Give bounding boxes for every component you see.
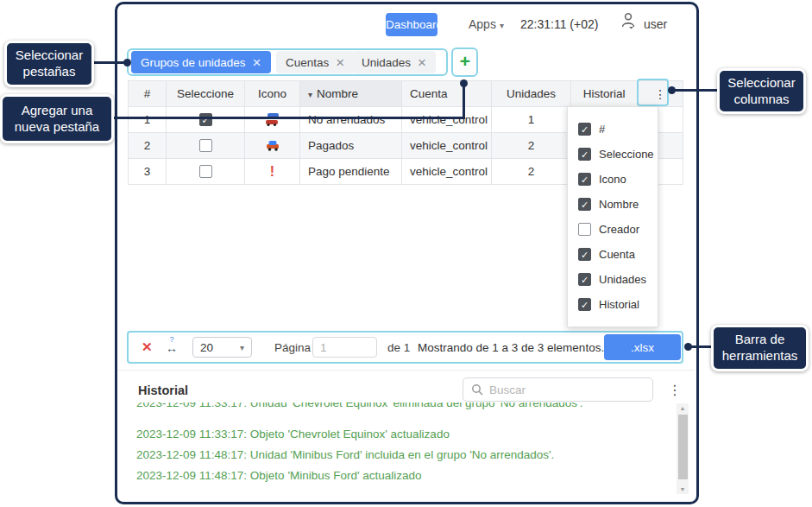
cell-cuenta: vehicle_control <box>402 133 492 159</box>
menu-item-label: Icono <box>599 173 626 186</box>
menu-item-label: Cuenta <box>599 248 635 261</box>
exclamation-icon: ! <box>270 164 274 179</box>
tab-label: Cuentas <box>286 56 329 69</box>
history-divider <box>118 370 695 371</box>
cell-nombre: No arrendados <box>300 107 402 133</box>
col-header-nombre[interactable]: ▾Nombre <box>300 81 402 107</box>
history-log: 2023-12-09 11:33:17: Unidad 'Chevrolet E… <box>128 402 671 494</box>
callout-select-tabs: Seleccionar pestañas <box>4 41 94 87</box>
fit-columns-icon[interactable]: ? ↔ <box>166 337 178 354</box>
vehicle-group-icon <box>264 112 281 127</box>
col-header-label: Nombre <box>317 87 358 100</box>
cell-unidades: 2 <box>492 133 571 159</box>
scroll-up-icon[interactable]: ▲ <box>677 405 689 411</box>
page-size-select[interactable]: 20 ▾ <box>192 337 252 358</box>
export-xlsx-button[interactable]: .xlsx <box>604 334 681 360</box>
callout-add-tab: Agregar una nueva pestaña <box>0 94 114 143</box>
checkbox-checked[interactable]: ✓ <box>578 173 591 186</box>
callout-arrow <box>463 84 465 119</box>
menu-item-cuenta[interactable]: ✓Cuenta <box>578 248 658 261</box>
add-tab-button[interactable]: + <box>455 50 475 74</box>
clock-text: 22:31:11 (+02) <box>520 17 598 31</box>
checkbox-checked[interactable]: ✓ <box>578 148 591 161</box>
close-icon[interactable]: × <box>418 55 426 70</box>
cell-num: 3 <box>129 159 167 185</box>
cell-num: 1 <box>129 107 167 133</box>
sort-desc-icon: ▾ <box>308 90 312 99</box>
tab-label: Grupos de unidades <box>141 56 246 69</box>
apps-menu[interactable]: Apps▾ <box>469 17 504 31</box>
row-checkbox-unchecked[interactable] <box>199 165 212 178</box>
cell-nombre: Pago pendiente <box>300 159 402 185</box>
log-entry: 2023-12-09 11:33:17: Objeto 'Chevrolet E… <box>136 428 450 440</box>
clear-selection-icon[interactable]: ✕ <box>142 339 153 355</box>
menu-item-unidades[interactable]: ✓Unidades <box>578 273 658 286</box>
menu-item-label: # <box>599 123 605 136</box>
menu-item-nombre[interactable]: ✓Nombre <box>578 198 658 211</box>
callout-arrow-dot <box>460 79 468 87</box>
callout-arrow-dot <box>123 59 131 67</box>
col-header-num[interactable]: # <box>129 81 167 107</box>
cell-unidades: 1 <box>492 107 571 133</box>
column-visibility-menu: ✓# ✓Seleccione ✓Icono ✓Nombre Creador ✓C… <box>567 106 658 327</box>
close-icon[interactable]: × <box>336 55 344 70</box>
search-input[interactable] <box>489 383 636 396</box>
menu-item-num[interactable]: ✓# <box>578 123 658 136</box>
callout-arrow-dot <box>684 343 692 351</box>
tab-unidades[interactable]: Unidades × <box>352 51 436 73</box>
callout-arrow <box>92 61 128 64</box>
history-menu-button[interactable]: ⋮ <box>668 382 682 398</box>
row-checkbox-unchecked[interactable] <box>199 139 212 152</box>
history-title: Historial <box>138 383 188 397</box>
menu-item-icono[interactable]: ✓Icono <box>578 173 658 186</box>
callout-arrow <box>689 345 713 348</box>
close-icon[interactable]: × <box>253 55 261 70</box>
col-header-cuenta[interactable]: Cuenta <box>402 81 492 107</box>
screenshot-stage: Dashboard Apps▾ 22:31:11 (+02) user Grup… <box>0 0 812 507</box>
checkbox-checked[interactable]: ✓ <box>578 248 591 261</box>
checkbox-checked[interactable]: ✓ <box>578 198 591 211</box>
callout-select-columns: Seleccionar columnas <box>717 68 806 114</box>
menu-item-label: Creador <box>599 223 639 236</box>
column-selector-button[interactable]: ⋮ <box>638 81 683 107</box>
menu-item-historial[interactable]: ✓Historial <box>578 298 658 311</box>
dashboard-button[interactable]: Dashboard <box>386 13 437 36</box>
table-header-row: # Seleccione Icono ▾Nombre Cuenta Unidad… <box>129 81 683 107</box>
car-icon <box>264 139 281 152</box>
log-entry: 2023-12-09 11:48:17: Unidad 'Minibus For… <box>136 448 554 461</box>
col-header-icono[interactable]: Icono <box>245 81 300 107</box>
showing-summary: Mostrando de 1 a 3 de 3 elementos. <box>418 341 604 354</box>
chevron-down-icon: ▾ <box>240 343 244 352</box>
page-total-label: de 1 <box>387 341 410 354</box>
log-entry: 2023-12-09 11:48:17: Objeto 'Minibus For… <box>136 469 422 482</box>
col-header-unidades[interactable]: Unidades <box>492 81 571 107</box>
tab-grupos-de-unidades[interactable]: Grupos de unidades × <box>131 51 271 73</box>
callout-arrow-dot <box>668 86 676 94</box>
cell-nombre: Pagados <box>300 133 402 159</box>
checkbox-checked[interactable]: ✓ <box>578 273 591 286</box>
callout-toolbar: Barra de herramientas <box>711 325 809 371</box>
chevron-down-icon: ▾ <box>500 21 504 30</box>
menu-item-label: Unidades <box>599 273 646 286</box>
history-search[interactable] <box>463 377 653 402</box>
cell-cuenta: vehicle_control <box>402 107 492 133</box>
cell-cuenta: vehicle_control <box>402 159 492 185</box>
menu-item-seleccione[interactable]: ✓Seleccione <box>578 148 658 161</box>
checkbox-unchecked[interactable] <box>578 223 591 236</box>
menu-item-label: Seleccione <box>599 148 654 161</box>
menu-item-creador[interactable]: Creador <box>578 223 658 236</box>
col-header-seleccione[interactable]: Seleccione <box>167 81 245 107</box>
tab-label: Unidades <box>362 56 411 69</box>
arrows-glyph: ↔ <box>166 343 178 354</box>
col-header-historial[interactable]: Historial <box>571 81 638 107</box>
checkbox-checked[interactable]: ✓ <box>578 298 591 311</box>
checkbox-checked[interactable]: ✓ <box>578 123 591 136</box>
scroll-down-icon[interactable]: ▼ <box>677 486 689 492</box>
scrollbar-thumb[interactable] <box>678 415 688 479</box>
history-scrollbar[interactable]: ▲ ▼ <box>677 403 689 494</box>
search-icon <box>471 383 483 396</box>
user-icon[interactable] <box>620 11 637 29</box>
tab-cuentas[interactable]: Cuentas × <box>276 51 354 73</box>
row-checkbox-checked[interactable]: ✓ <box>199 113 212 126</box>
page-number-input[interactable] <box>312 337 377 358</box>
